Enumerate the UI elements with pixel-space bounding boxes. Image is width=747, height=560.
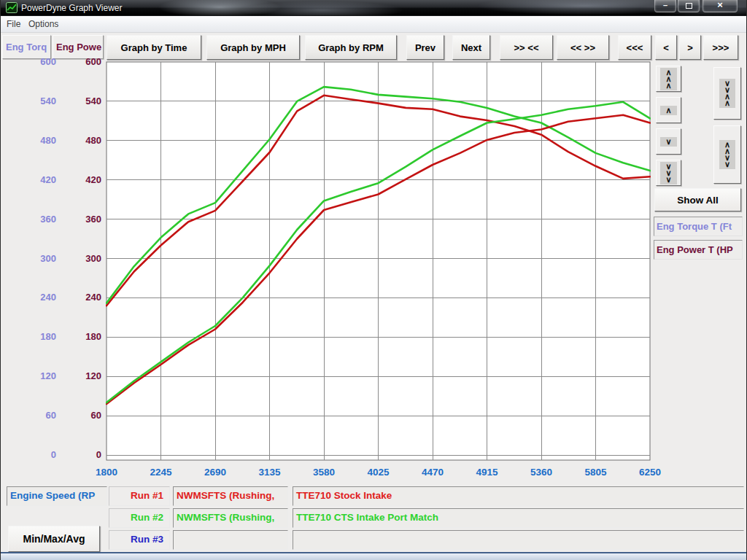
- x-axis-tick: 5805: [574, 467, 618, 478]
- scale-down-fast-button[interactable]: ∨∨∨: [656, 160, 681, 186]
- legend-power-channel[interactable]: Eng Power T (HP: [654, 240, 743, 260]
- torque-axis-tick: 0: [14, 449, 56, 460]
- torque-axis-tick: 180: [14, 331, 56, 342]
- menu-file[interactable]: File: [7, 19, 20, 29]
- x-axis-tick: 2245: [139, 467, 183, 478]
- torque-axis-tick: 420: [14, 174, 56, 185]
- run-comment-field-2[interactable]: NWMSFTS (Rushing,: [173, 508, 288, 528]
- zoom-out-x-button[interactable]: << >>: [557, 35, 609, 60]
- window-title: PowerDyne Graph Viewer: [21, 3, 123, 13]
- maximize-icon: [686, 3, 692, 9]
- graph-by-mph-button[interactable]: Graph by MPH: [206, 35, 300, 60]
- scale-up-fast-button[interactable]: ∧∧∧: [656, 66, 681, 92]
- run-description-field-2[interactable]: TTE710 CTS Intake Port Match: [293, 508, 744, 528]
- torque-axis-tick: 240: [14, 292, 56, 303]
- power-axis-tick: 60: [59, 410, 101, 421]
- minmax-avg-button[interactable]: Min/Max/Avg: [8, 526, 100, 552]
- scroll-right-button[interactable]: >: [679, 35, 701, 60]
- x-axis-tick: 2690: [193, 467, 237, 478]
- x-axis-tick: 1800: [85, 467, 128, 478]
- power-axis-tick: 0: [59, 449, 101, 460]
- window-bottom-edge: [1, 552, 747, 560]
- power-axis-tick: 120: [59, 370, 101, 381]
- scroll-left-fast-button[interactable]: <<<: [618, 35, 651, 60]
- scroll-left-button[interactable]: <: [655, 35, 677, 60]
- power-axis-tick: 480: [59, 135, 101, 146]
- power-axis-tick: 360: [59, 214, 101, 225]
- legend-torque-channel[interactable]: Eng Torque T (Ft: [654, 217, 743, 236]
- menu-bar: File Options: [1, 16, 747, 33]
- run-description-field-1[interactable]: TTE710 Stock Intake: [293, 486, 744, 506]
- torque-axis-tick: 300: [14, 253, 56, 264]
- power-axis-tick: 180: [59, 331, 101, 342]
- compress-y-button[interactable]: ∨∨∧∧: [713, 67, 741, 120]
- x-axis-tick: 3135: [248, 467, 292, 478]
- run-description-field-3[interactable]: [293, 530, 744, 550]
- scale-down-button[interactable]: ∨: [656, 128, 681, 155]
- run-label-3: Run #3: [109, 530, 170, 550]
- torque-axis-tick: 120: [14, 370, 56, 381]
- scroll-right-fast-button[interactable]: >>>: [703, 35, 738, 60]
- x-axis-tick: 4915: [465, 467, 509, 478]
- power-axis-tick: 600: [59, 56, 101, 67]
- torque-axis-tick: 480: [14, 135, 56, 146]
- x-channel-field[interactable]: Engine Speed (RP: [7, 486, 107, 506]
- x-axis-tick: 5360: [519, 467, 563, 478]
- menu-options[interactable]: Options: [28, 19, 58, 29]
- maximize-button[interactable]: [678, 0, 700, 12]
- torque-axis-tick: 360: [14, 214, 56, 225]
- power-axis-tick: 300: [59, 253, 101, 264]
- next-button[interactable]: Next: [452, 35, 490, 60]
- x-axis-tick: 6250: [628, 467, 672, 478]
- minimize-button[interactable]: –: [654, 0, 676, 12]
- scale-up-button[interactable]: ∧: [656, 97, 681, 123]
- powerdyne-window: PowerDyne Graph Viewer – × File Options …: [0, 0, 747, 560]
- torque-axis-tick: 600: [14, 56, 56, 67]
- graph-by-rpm-button[interactable]: Graph by RPM: [305, 35, 397, 60]
- x-axis-tick: 3580: [302, 467, 346, 478]
- torque-axis-tick: 540: [14, 96, 56, 106]
- close-button[interactable]: ×: [703, 0, 738, 12]
- show-all-button[interactable]: Show All: [654, 188, 741, 211]
- zoom-in-x-button[interactable]: >> <<: [500, 35, 553, 60]
- app-icon: [6, 2, 18, 13]
- prev-button[interactable]: Prev: [406, 35, 444, 60]
- dyno-chart: [106, 61, 651, 461]
- power-axis-tick: 540: [59, 96, 101, 106]
- power-axis-tick: 240: [59, 292, 101, 303]
- run-comment-field-1[interactable]: NWMSFTS (Rushing,: [173, 486, 288, 506]
- title-bar: PowerDyne Graph Viewer – ×: [1, 0, 747, 16]
- x-axis-tick: 4025: [357, 467, 400, 478]
- run-label-2: Run #2: [109, 508, 170, 528]
- torque-axis-tick: 60: [14, 410, 56, 421]
- power-axis-tick: 420: [59, 174, 101, 185]
- x-axis-tick: 4470: [411, 467, 454, 478]
- expand-y-button[interactable]: ∧∧∨∨: [713, 125, 741, 184]
- run-label-1: Run #1: [109, 486, 170, 506]
- graph-by-time-button[interactable]: Graph by Time: [107, 35, 201, 60]
- run-comment-field-3[interactable]: [173, 530, 288, 550]
